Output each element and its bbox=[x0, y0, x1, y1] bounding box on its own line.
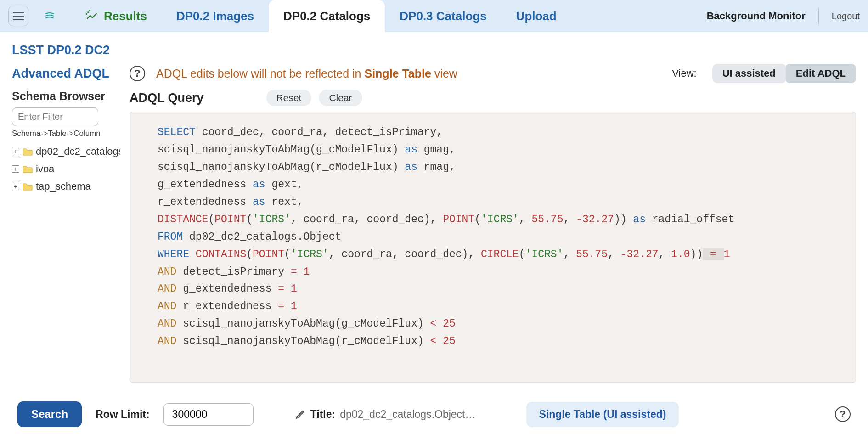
expand-icon[interactable]: + bbox=[12, 183, 19, 190]
clear-button[interactable]: Clear bbox=[319, 90, 362, 106]
tab-results-label: Results bbox=[104, 9, 147, 23]
folder-icon bbox=[22, 164, 33, 174]
search-button[interactable]: Search bbox=[17, 401, 82, 427]
tab-results[interactable]: Results bbox=[71, 0, 162, 32]
folder-icon bbox=[22, 147, 33, 156]
bottom-toolbar: Search Row Limit: Title: dp02_dc2_catalo… bbox=[0, 395, 868, 434]
tab-dp02-images[interactable]: DP0.2 Images bbox=[162, 0, 269, 32]
adql-editor[interactable]: SELECT coord_dec, coord_ra, detect_isPri… bbox=[130, 112, 856, 383]
top-nav-bar: Results DP0.2 Images DP0.2 Catalogs DP0.… bbox=[0, 0, 868, 32]
title-label: Title: bbox=[310, 408, 336, 421]
background-monitor-link[interactable]: Background Monitor bbox=[707, 10, 806, 22]
page-title: LSST DP0.2 DC2 bbox=[0, 32, 868, 62]
tab-dp02-catalogs[interactable]: DP0.2 Catalogs bbox=[269, 0, 385, 32]
advanced-adql-link[interactable]: Advanced ADQL bbox=[12, 67, 120, 81]
tab-bar: Results DP0.2 Images DP0.2 Catalogs DP0.… bbox=[71, 0, 703, 32]
adql-code[interactable]: SELECT coord_dec, coord_ra, detect_isPri… bbox=[158, 124, 828, 350]
svg-point-1 bbox=[52, 17, 53, 18]
svg-point-4 bbox=[86, 13, 88, 15]
help-icon[interactable]: ? bbox=[835, 406, 851, 422]
chart-line-icon bbox=[85, 10, 98, 23]
expand-icon[interactable]: + bbox=[12, 165, 19, 173]
row-limit-label: Row Limit: bbox=[96, 408, 150, 421]
svg-point-3 bbox=[89, 10, 91, 12]
schema-filter-input[interactable] bbox=[12, 107, 98, 126]
row-limit-input[interactable] bbox=[163, 403, 254, 426]
view-edit-adql-button[interactable]: Edit ADQL bbox=[786, 64, 856, 83]
adql-warning: ADQL edits below will not be reflected i… bbox=[156, 67, 661, 80]
adql-query-title: ADQL Query bbox=[130, 91, 204, 105]
tab-dp03-catalogs[interactable]: DP0.3 Catalogs bbox=[385, 0, 501, 32]
logo-icon bbox=[43, 10, 56, 23]
schema-tree-item[interactable]: + dp02_dc2_catalogs bbox=[12, 143, 120, 160]
divider bbox=[818, 8, 819, 24]
schema-browser-panel: Schema Browser Schema->Table->Column + d… bbox=[12, 90, 120, 383]
svg-point-2 bbox=[87, 11, 89, 13]
view-label: View: bbox=[672, 68, 696, 79]
schema-path-hint: Schema->Table->Column bbox=[12, 129, 120, 138]
help-icon[interactable]: ? bbox=[130, 66, 145, 81]
logout-link[interactable]: Logout bbox=[832, 11, 860, 22]
single-table-button[interactable]: Single Table (UI assisted) bbox=[526, 402, 679, 427]
reset-button[interactable]: Reset bbox=[266, 90, 312, 106]
tab-upload[interactable]: Upload bbox=[502, 0, 571, 32]
title-value: dp02_dc2_catalogs.Object… bbox=[340, 408, 475, 421]
expand-icon[interactable]: + bbox=[12, 148, 19, 155]
folder-icon bbox=[22, 182, 33, 191]
pencil-icon[interactable] bbox=[295, 409, 306, 420]
view-ui-assisted-button[interactable]: UI assisted bbox=[712, 64, 786, 83]
schema-tree-item[interactable]: + ivoa bbox=[12, 160, 120, 178]
svg-point-0 bbox=[46, 13, 47, 14]
schema-browser-title: Schema Browser bbox=[12, 90, 120, 103]
schema-tree-item[interactable]: + tap_schema bbox=[12, 178, 120, 195]
schema-tree: + dp02_dc2_catalogs + ivoa + tap_schema bbox=[12, 143, 120, 195]
app-logo[interactable] bbox=[39, 5, 61, 27]
menu-button[interactable] bbox=[8, 6, 28, 26]
